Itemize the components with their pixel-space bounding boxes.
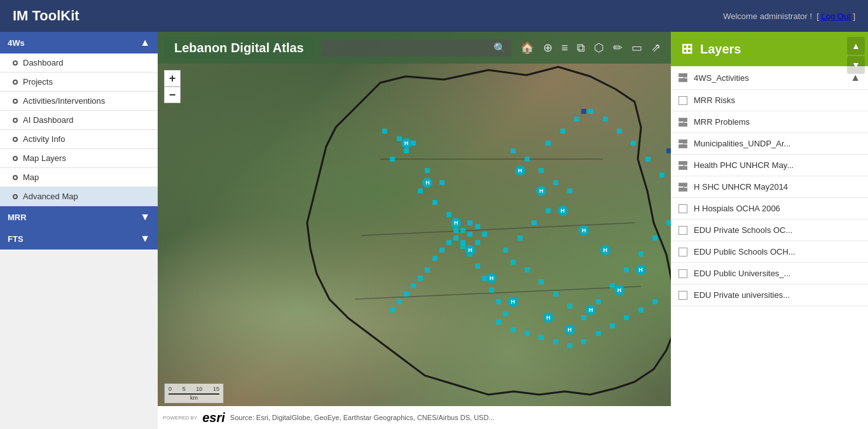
sidebar-section-mrr[interactable]: MRR ▼ [0, 206, 158, 228]
layer-name-edu-private-uni: EDU Private universities... [694, 290, 860, 300]
sidebar-item-ai-dashboard[interactable]: AI Dashboard [0, 111, 158, 130]
layer-checkbox-mrr-risks[interactable] [679, 96, 687, 105]
layer-checkbox-h-shc[interactable]: − [679, 183, 687, 192]
layer-item-4ws-activities[interactable]: − 4WS_Activities ▲ [671, 66, 868, 90]
layer-name-municipalities: Municipalities_UNDP_Ar... [694, 139, 860, 148]
sidebar-item-maplayers-label: Map Layers [23, 153, 66, 163]
layer-checkbox-edu-private-uni[interactable] [679, 291, 687, 300]
sidebar-item-map-label: Map [23, 172, 39, 182]
map-tool-overlap[interactable]: ⬡ [591, 38, 607, 57]
layer-name-hospitals: H Hospials OCHA 2006 [694, 204, 860, 213]
layer-name-edu-private: EDU Private Schools OC... [694, 225, 860, 235]
layer-item-mrr-risks[interactable]: MRR Risks [671, 90, 868, 111]
sidebar-item-dashboard-label: Dashboard [23, 58, 64, 67]
layer-name-health-phc: Health PHC UNHCR May... [694, 160, 860, 170]
layer-checkbox-municipalities[interactable]: − [679, 139, 687, 148]
layer-name-mrr-problems: MRR Problems [694, 117, 860, 127]
sidebar-item-projects[interactable]: Projects [0, 73, 158, 92]
layers-list: − 4WS_Activities ▲ MRR Risks − MRR Probl… [671, 66, 868, 429]
sidebar-4ws-arrow: ▲ [140, 37, 150, 48]
layer-item-edu-private-universities[interactable]: EDU Private universities... [671, 285, 868, 306]
sidebar-item-actinfo-label: Activity Info [23, 134, 65, 144]
zoom-out-button[interactable]: − [164, 87, 181, 103]
layers-scroll-up[interactable]: ▲ [847, 37, 865, 55]
sidebar-section-mrr-label: MRR [8, 213, 27, 222]
map-tool-draw[interactable]: ✏ [610, 38, 625, 57]
layer-item-health-phc[interactable]: − Health PHC UNHCR May... [671, 155, 868, 176]
layer-item-edu-public-schools[interactable]: EDU Public Schools OCH... [671, 241, 868, 263]
sidebar-item-dashboard[interactable]: Dashboard [0, 53, 158, 73]
header-user: Welcome administrator ! [ Log Out ] [723, 11, 855, 21]
bullet-icon [13, 194, 18, 199]
bullet-icon [13, 118, 18, 123]
sidebar-item-projects-label: Projects [23, 77, 53, 87]
layers-scroll-down[interactable]: ▼ [847, 56, 865, 74]
layer-name-h-shc: H SHC UNHCR May2014 [694, 182, 860, 192]
layer-item-h-shc-unhcr[interactable]: − H SHC UNHCR May2014 [671, 176, 868, 198]
welcome-text: Welcome administrator ! [723, 11, 812, 21]
zoom-in-button[interactable]: + [164, 70, 181, 87]
zoom-controls: + − [164, 70, 181, 103]
sidebar-section-4ws[interactable]: 4Ws ▲ [0, 32, 158, 53]
layer-name-mrr-risks: MRR Risks [694, 95, 860, 105]
sidebar-item-advanced-map[interactable]: Advanced Map [0, 187, 158, 206]
layer-name-4ws: 4WS_Activities [694, 73, 848, 83]
logout-link[interactable]: Log Out [822, 11, 851, 21]
bullet-icon [13, 137, 18, 142]
app-header: IM ToolKit Welcome administrator ! [ Log… [0, 0, 868, 32]
map-search-input[interactable] [326, 43, 493, 53]
map-search-box[interactable]: 🔍 [320, 39, 511, 57]
map-tool-layers-toggle[interactable]: ⧉ [574, 39, 588, 57]
sidebar-item-activity-info[interactable]: Activity Info [0, 130, 158, 149]
layer-item-edu-public-universities[interactable]: EDU Public Universites_... [671, 263, 868, 285]
map-tool-list[interactable]: ≡ [559, 39, 571, 57]
layer-item-h-hospitals[interactable]: H Hospials OCHA 2006 [671, 198, 868, 220]
map-title: Lebanon Digital Atlas [164, 37, 314, 59]
sidebar-section-fts-label: FTS [8, 234, 24, 244]
layer-checkbox-edu-private[interactable] [679, 226, 687, 235]
map-tool-home[interactable]: 🏠 [518, 38, 537, 57]
bullet-icon [13, 60, 18, 66]
bullet-icon [13, 99, 18, 104]
layer-item-edu-private[interactable]: EDU Private Schools OC... [671, 220, 868, 241]
layers-scroll-controls: ▲ ▼ [844, 32, 868, 74]
map-tool-share[interactable]: ⇗ [649, 38, 663, 57]
sidebar-item-map[interactable]: Map [0, 168, 158, 187]
sidebar-item-activities-label: Activities/Interventions [23, 96, 105, 106]
layer-checkbox-edu-public-schools[interactable] [679, 248, 687, 257]
scale-bar: 051015 km [164, 383, 224, 404]
layer-checkbox-edu-public-uni[interactable] [679, 269, 687, 278]
layers-header: ⊞ Layers ▲ ▼ [671, 32, 868, 66]
map-tool-location[interactable]: ⊕ [541, 38, 555, 57]
bullet-icon [13, 175, 18, 180]
sidebar: 4Ws ▲ Dashboard Projects Activities/Inte… [0, 32, 158, 429]
sidebar-section-4ws-label: 4Ws [8, 38, 25, 48]
layer-checkbox-hospitals[interactable] [679, 204, 687, 213]
layer-checkbox-4ws-activities[interactable]: − [679, 73, 687, 82]
layer-name-edu-public-schools: EDU Public Schools OCH... [694, 247, 860, 257]
map-tool-rectangle[interactable]: ▭ [629, 38, 645, 57]
sidebar-item-advmap-label: Advanced Map [23, 192, 78, 201]
map-area[interactable]: H H H H H H H H H H H H H H H H [158, 32, 868, 429]
layers-panel: ⊞ Layers ▲ ▼ − 4WS_Activities ▲ MRR Risk… [671, 32, 868, 429]
map-search-button[interactable]: 🔍 [493, 42, 506, 54]
sidebar-item-activities-interventions[interactable]: Activities/Interventions [0, 92, 158, 111]
layer-item-mrr-problems[interactable]: − MRR Problems [671, 111, 868, 133]
layer-item-municipalities-undp[interactable]: − Municipalities_UNDP_Ar... [671, 133, 868, 155]
esri-attribution-text: Source: Esri, DigitalGlobe, GeoEye, Eart… [230, 414, 495, 421]
layer-checkbox-health-phc[interactable]: − [679, 161, 687, 170]
sidebar-section-fts[interactable]: FTS ▼ [0, 228, 158, 250]
bullet-icon [13, 80, 18, 85]
esri-brand-logo: esri [202, 411, 225, 425]
layers-stack-icon: ⊞ [681, 41, 692, 57]
layer-checkbox-mrr-problems[interactable]: − [679, 118, 687, 127]
bullet-icon [13, 156, 18, 161]
powered-by-label: POWERED BY [163, 415, 197, 421]
sidebar-item-ai-label: AI Dashboard [23, 115, 74, 125]
layer-name-edu-public-uni: EDU Public Universites_... [694, 269, 860, 278]
sidebar-fts-arrow: ▼ [140, 233, 150, 244]
map-tools: 🏠 ⊕ ≡ ⧉ ⬡ ✏ ▭ ⇗ 🖨 [518, 38, 684, 57]
layers-title: Layers [700, 42, 741, 57]
app-title: IM ToolKit [13, 8, 79, 24]
sidebar-item-map-layers[interactable]: Map Layers [0, 149, 158, 168]
